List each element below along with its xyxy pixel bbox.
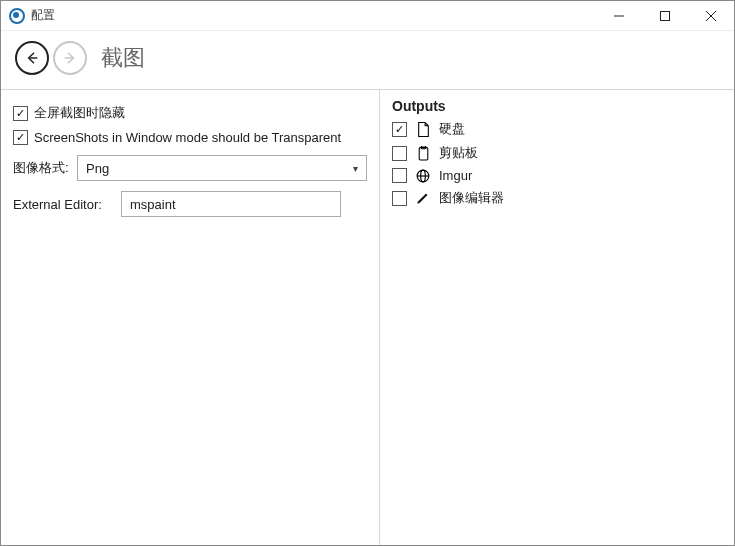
hide-fullscreen-checkbox[interactable] bbox=[13, 106, 28, 121]
outputs-title: Outputs bbox=[392, 98, 722, 114]
nav-row: 截图 bbox=[1, 31, 734, 90]
titlebar: 配置 bbox=[1, 1, 734, 31]
image-format-select[interactable]: Png ▾ bbox=[77, 155, 367, 181]
close-button[interactable] bbox=[688, 1, 734, 30]
app-icon bbox=[9, 8, 25, 24]
output-clipboard-row: 剪贴板 bbox=[392, 144, 722, 162]
output-editor-checkbox[interactable] bbox=[392, 191, 407, 206]
minimize-button[interactable] bbox=[596, 1, 642, 30]
output-clipboard-label: 剪贴板 bbox=[439, 144, 478, 162]
window-title: 配置 bbox=[31, 7, 55, 24]
output-imgur-checkbox[interactable] bbox=[392, 168, 407, 183]
page-title: 截图 bbox=[101, 43, 145, 73]
output-editor-label: 图像编辑器 bbox=[439, 189, 504, 207]
image-format-row: 图像格式: Png ▾ bbox=[13, 155, 367, 181]
transparent-window-label: ScreenShots in Window mode should be Tra… bbox=[34, 130, 341, 145]
app-window: 配置 截图 全屏截图时隐藏 bbox=[0, 0, 735, 546]
external-editor-input[interactable]: mspaint bbox=[121, 191, 341, 217]
content-area: 全屏截图时隐藏 ScreenShots in Window mode shoul… bbox=[1, 90, 734, 545]
back-button[interactable] bbox=[15, 41, 49, 75]
output-clipboard-checkbox[interactable] bbox=[392, 146, 407, 161]
chevron-down-icon: ▾ bbox=[353, 163, 358, 174]
svg-rect-6 bbox=[419, 147, 428, 159]
external-editor-value: mspaint bbox=[130, 197, 176, 212]
external-editor-label: External Editor: bbox=[13, 197, 113, 212]
hide-fullscreen-row: 全屏截图时隐藏 bbox=[13, 104, 367, 122]
outputs-pane: Outputs 硬盘 剪贴板 Imgur bbox=[379, 90, 734, 545]
file-icon bbox=[415, 122, 431, 137]
image-format-label: 图像格式: bbox=[13, 159, 69, 177]
transparent-window-checkbox[interactable] bbox=[13, 130, 28, 145]
external-editor-row: External Editor: mspaint bbox=[13, 191, 367, 217]
output-disk-label: 硬盘 bbox=[439, 120, 465, 138]
hide-fullscreen-label: 全屏截图时隐藏 bbox=[34, 104, 125, 122]
output-imgur-label: Imgur bbox=[439, 168, 472, 183]
pencil-icon bbox=[415, 191, 431, 205]
window-controls bbox=[596, 1, 734, 30]
transparent-window-row: ScreenShots in Window mode should be Tra… bbox=[13, 130, 367, 145]
settings-pane: 全屏截图时隐藏 ScreenShots in Window mode shoul… bbox=[1, 90, 379, 545]
globe-icon bbox=[415, 169, 431, 183]
output-disk-row: 硬盘 bbox=[392, 120, 722, 138]
forward-button[interactable] bbox=[53, 41, 87, 75]
clipboard-icon bbox=[415, 146, 431, 161]
maximize-button[interactable] bbox=[642, 1, 688, 30]
output-imgur-row: Imgur bbox=[392, 168, 722, 183]
output-disk-checkbox[interactable] bbox=[392, 122, 407, 137]
svg-rect-1 bbox=[661, 11, 670, 20]
output-editor-row: 图像编辑器 bbox=[392, 189, 722, 207]
image-format-value: Png bbox=[86, 161, 109, 176]
